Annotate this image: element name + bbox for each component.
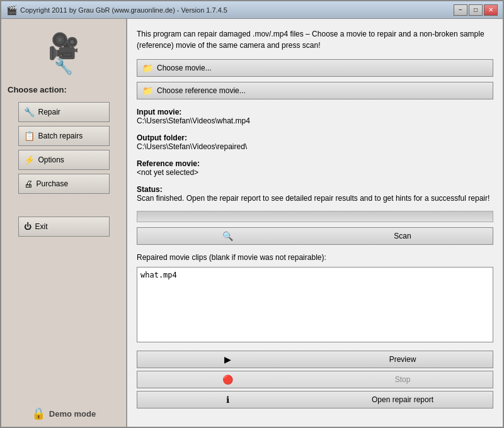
reference-movie-value: <not yet selected> [137,168,198,177]
batch-icon: 📋 [24,131,35,141]
status-value: Scan finished. Open the repair report to… [137,194,490,203]
logo-film-icon: 🎥 [48,31,79,61]
lock-icon: 🔒 [32,407,45,420]
batch-repairs-button[interactable]: 📋 Batch repairs [18,126,110,146]
folder2-icon: 📁 [142,86,153,96]
output-folder-value: C:\Users\Stefan\Videos\repaired\ [137,142,247,151]
input-movie-value: C:\Users\Stefan\Videos\what.mp4 [137,116,250,125]
repair-button[interactable]: 🔧 Repair [18,102,110,122]
choose-movie-button[interactable]: 📁 Choose movie... [137,59,493,77]
search-icon: 🔍 [142,231,312,241]
open-report-button[interactable]: ℹ Open repair report [137,391,493,408]
main-content: 🎥 🔧 Choose action: 🔧 Repair 📋 Batch repa… [1,19,503,427]
right-panel: This program can repair damaged .mov/.mp… [127,19,503,427]
repair-icon: 🔧 [24,107,35,117]
titlebar: 🎬 Copyright 2011 by Grau GbR (www.grauon… [1,1,503,19]
sidebar: 🎥 🔧 Choose action: 🔧 Repair 📋 Batch repa… [1,19,127,427]
repaired-clips-textarea[interactable]: what.mp4 [137,267,493,342]
purchase-label: Purchase [37,179,69,188]
exit-label: Exit [35,222,48,231]
window-title: Copyright 2011 by Grau GbR (www.grauonli… [20,6,454,14]
scan-button[interactable]: 🔍 Scan [137,227,493,245]
options-icon: ⚡ [24,155,35,165]
output-folder-label: Output folder: [137,133,187,142]
info-icon: ℹ [142,395,312,405]
exit-button[interactable]: ⏻ Exit [18,217,110,237]
reference-movie-section: Reference movie: <not yet selected> [137,159,493,177]
choose-action-label: Choose action: [8,85,67,94]
minimize-button[interactable]: − [454,4,467,16]
logo-tools-icon: 🔧 [54,58,73,76]
app-icon: 🎬 [6,5,16,15]
status-label: Status: [137,185,163,194]
bottom-buttons: ▶ Preview 🔴 Stop ℹ Open repair report [137,351,493,408]
stop-icon: 🔴 [142,374,312,385]
repair-label: Repair [38,108,60,116]
purchase-button[interactable]: 🖨 Purchase [18,174,110,194]
exit-icon: ⏻ [24,222,32,231]
options-button[interactable]: ⚡ Options [18,150,110,170]
preview-button[interactable]: ▶ Preview [137,351,493,368]
purchase-icon: 🖨 [24,179,33,189]
status-section: Status: Scan finished. Open the repair r… [137,185,493,203]
demo-mode-label: Demo mode [49,409,96,419]
open-report-label: Open repair report [318,395,488,404]
demo-mode: 🔒 Demo mode [32,394,96,420]
input-movie-label: Input movie: [137,108,181,116]
preview-label: Preview [318,355,488,364]
choose-reference-label: Choose reference movie... [157,86,246,95]
window-controls: − □ ✕ [454,4,498,16]
main-window: 🎬 Copyright 2011 by Grau GbR (www.grauon… [0,0,504,428]
input-movie-section: Input movie: C:\Users\Stefan\Videos\what… [137,108,493,125]
output-folder-section: Output folder: C:\Users\Stefan\Videos\re… [137,133,493,151]
batch-label: Batch repairs [38,132,83,140]
description-text: This program can repair damaged .mov/.mp… [137,28,493,51]
choose-reference-button[interactable]: 📁 Choose reference movie... [137,82,493,99]
folder-icon: 📁 [142,63,153,73]
reference-movie-label: Reference movie: [137,159,200,168]
preview-icon: ▶ [142,354,312,364]
options-label: Options [38,155,64,164]
close-button[interactable]: ✕ [484,4,498,16]
maximize-button[interactable]: □ [469,4,483,16]
logo-area: 🎥 🔧 [48,31,79,76]
stop-button[interactable]: 🔴 Stop [137,371,493,388]
stop-label: Stop [318,375,488,384]
choose-movie-label: Choose movie... [157,64,212,72]
scan-label: Scan [318,232,488,240]
progress-bar-container [137,211,493,222]
repaired-clips-label: Repaired movie clips (blank if movie was… [137,253,493,262]
